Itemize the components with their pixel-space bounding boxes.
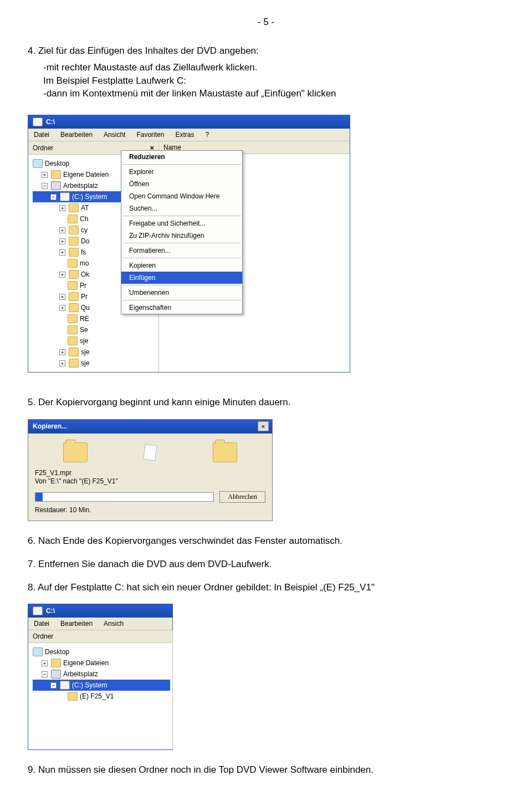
- tree-label: Ok: [81, 269, 89, 280]
- step4-line4: -dann im Kontextmenü mit der linken Maus…: [43, 88, 336, 99]
- close-icon[interactable]: ×: [258, 421, 269, 431]
- ctx-open-cmd[interactable]: Open Command Window Here: [121, 190, 242, 202]
- expand-icon[interactable]: +: [59, 249, 65, 256]
- tree-arbeitsplatz[interactable]: −Arbeitsplatz: [33, 669, 170, 680]
- progress-bar: [35, 492, 214, 502]
- expand-icon[interactable]: +: [59, 305, 65, 311]
- ctx-oeffnen[interactable]: Öffnen: [121, 178, 242, 190]
- copy-dialog: Kopieren... × F25_V1.mpr Von "E:\" nach …: [28, 419, 273, 521]
- expand-icon[interactable]: +: [59, 360, 65, 366]
- tree-label: sje: [80, 335, 88, 346]
- menu-extras[interactable]: Extras: [175, 131, 194, 139]
- folder-icon: [68, 281, 78, 290]
- title-bar[interactable]: C:\: [28, 604, 172, 618]
- tree-folder[interactable]: +sje: [33, 346, 156, 358]
- collapse-icon[interactable]: −: [42, 671, 48, 677]
- tree-label: Desktop: [45, 646, 69, 657]
- cancel-button[interactable]: Abbrechen: [219, 491, 265, 503]
- step4-line3: Im Beispiel Festplatte Laufwerk C:: [43, 75, 186, 86]
- folder-icon: [51, 170, 61, 179]
- tree-label: Pr: [80, 280, 86, 291]
- tree-folder[interactable]: +sje: [33, 358, 156, 369]
- folder-icon: [69, 292, 79, 301]
- menu-favoriten[interactable]: Favoriten: [136, 131, 164, 139]
- explorer-window-2: C:\ Datei Bearbeiten Ansich Ordner Deskt…: [28, 604, 173, 750]
- computer-icon: [51, 670, 61, 679]
- expand-icon[interactable]: +: [59, 272, 65, 278]
- pane-title-ordner: Ordner: [33, 144, 53, 152]
- tree-c-drive[interactable]: −(C:) System: [33, 680, 170, 691]
- expand-icon[interactable]: +: [59, 294, 65, 300]
- tree-folder[interactable]: sje: [33, 335, 156, 346]
- ctx-kopieren[interactable]: Kopieren: [121, 259, 242, 272]
- folder-tree-pane: Ordner Desktop +Eigene Dateien −Arbeitsp…: [28, 630, 173, 749]
- folder-icon: [69, 203, 79, 212]
- pane-title-ordner: Ordner: [33, 633, 53, 640]
- expand-icon[interactable]: +: [59, 349, 65, 355]
- folder-icon: [68, 259, 78, 268]
- step4-line1: 4. Ziel für das Einfügen des Inhaltes de…: [28, 44, 504, 58]
- ctx-zip[interactable]: Zu ZIP-Archiv hinzufügen: [121, 229, 242, 242]
- folder-icon: [68, 215, 78, 223]
- tree-label: Eigene Dateien: [63, 657, 109, 669]
- menu-bearbeiten[interactable]: Bearbeiten: [60, 131, 93, 139]
- ctx-formatieren[interactable]: Formatieren...: [121, 244, 242, 257]
- tree-label: Ch: [80, 213, 88, 225]
- tree-desktop[interactable]: Desktop: [33, 646, 170, 657]
- desktop-icon: [33, 159, 43, 168]
- collapse-icon[interactable]: −: [50, 194, 57, 200]
- title-bar[interactable]: C:\: [28, 115, 350, 129]
- collapse-icon[interactable]: −: [50, 682, 57, 688]
- menu-bar: Datei Bearbeiten Ansicht Favoriten Extra…: [28, 129, 350, 141]
- menu-ansicht[interactable]: Ansich: [104, 620, 124, 628]
- menu-datei[interactable]: Datei: [34, 620, 49, 628]
- separator: [122, 300, 241, 300]
- copy-title-text: Kopieren...: [33, 422, 67, 430]
- copy-title-bar[interactable]: Kopieren... ×: [28, 420, 272, 433]
- tree-label: RE: [80, 313, 89, 324]
- separator: [122, 216, 241, 216]
- tree-eigene-dateien[interactable]: +Eigene Dateien: [33, 657, 170, 669]
- folder-icon: [68, 692, 78, 701]
- separator: [122, 164, 241, 165]
- drive-icon: [60, 192, 70, 201]
- tree-folder[interactable]: Se: [33, 324, 156, 335]
- tree-folder[interactable]: RE: [33, 313, 156, 324]
- desktop-icon: [33, 647, 43, 656]
- expand-icon[interactable]: +: [42, 172, 48, 178]
- drive-icon: [33, 606, 43, 615]
- folder-icon: [213, 442, 237, 462]
- tree-label: Arbeitsplatz: [63, 669, 98, 680]
- ctx-einfuegen[interactable]: Einfügen: [121, 272, 242, 284]
- menu-bearbeiten[interactable]: Bearbeiten: [60, 620, 93, 628]
- expand-icon[interactable]: +: [42, 660, 48, 666]
- copy-remaining: Restdauer: 10 Min.: [35, 506, 265, 514]
- folder-icon: [69, 226, 79, 234]
- ctx-suchen[interactable]: Suchen...: [121, 202, 242, 215]
- ctx-freigabe[interactable]: Freigabe und Sicherheit...: [121, 217, 242, 229]
- folder-icon: [69, 359, 79, 368]
- tree-label: Qu: [81, 302, 90, 313]
- tree-label: mo: [80, 258, 89, 269]
- tree-label: Eigene Dateien: [63, 169, 109, 180]
- ctx-umbenennen[interactable]: Umbenennen: [121, 287, 242, 299]
- menu-help[interactable]: ?: [205, 131, 209, 139]
- folder-icon: [68, 314, 78, 323]
- copy-file-name: F25_V1.mpr: [35, 469, 265, 477]
- separator: [122, 258, 241, 258]
- tree-label: Do: [81, 236, 89, 247]
- folder-icon: [69, 303, 79, 312]
- ctx-reduzieren[interactable]: Reduzieren: [121, 151, 242, 163]
- collapse-icon[interactable]: −: [42, 183, 48, 189]
- expand-icon[interactable]: +: [59, 238, 65, 244]
- menu-datei[interactable]: Datei: [34, 131, 49, 139]
- step6: 6. Nach Ende des Kopiervorganges verschw…: [28, 534, 504, 548]
- tree-new-folder[interactable]: (E) F25_V1: [33, 691, 170, 702]
- tree-label: sje: [81, 346, 89, 358]
- ctx-explorer[interactable]: Explorer: [121, 166, 242, 178]
- expand-icon[interactable]: +: [59, 205, 65, 211]
- tree-label: Se: [80, 324, 88, 335]
- ctx-eigenschaften[interactable]: Eigenschaften: [121, 302, 242, 314]
- menu-ansicht[interactable]: Ansicht: [104, 131, 125, 139]
- expand-icon[interactable]: +: [59, 227, 65, 233]
